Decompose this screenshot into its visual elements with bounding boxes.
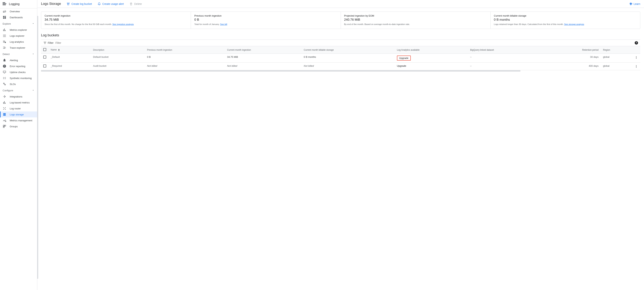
- sidebar-item-logs-explorer[interactable]: Logs explorer: [0, 33, 37, 39]
- table-wrap: Filter ? Name Description Previous month…: [41, 40, 640, 72]
- section-title: Configure: [2, 89, 13, 92]
- cell-retention: 30 days: [544, 54, 601, 62]
- dashboards-icon: [2, 16, 6, 19]
- section-title: Explore: [2, 22, 11, 25]
- stat-card: Current month ingestion 34.75 MiB Since …: [41, 12, 191, 29]
- bar-chart-icon: [2, 28, 6, 32]
- sidebar-item-uptime-checks[interactable]: Uptime checks: [0, 69, 37, 75]
- sidebar-item-label: SLOs: [10, 83, 16, 86]
- col-bigquery[interactable]: BigQuery linked dataset: [468, 46, 544, 54]
- sidebar-item-synthetic-monitoring[interactable]: Synthetic monitoring: [0, 75, 37, 81]
- table-row: _Default Default bucket 0 B 34.75 MiB 0 …: [41, 54, 640, 62]
- stat-card: Projected ingestion by EOM 240.76 MiB By…: [341, 12, 490, 29]
- sidebar-item-label: Log analytics: [10, 40, 24, 43]
- chevron-up-icon: [32, 89, 34, 92]
- col-retention[interactable]: Retention period: [544, 46, 601, 54]
- row-actions-menu[interactable]: [634, 64, 638, 68]
- section-header-detect[interactable]: Detect: [0, 51, 37, 57]
- sidebar-item-label: Uptime checks: [10, 71, 26, 74]
- sidebar-item-label: Log-based metrics: [10, 101, 30, 104]
- sidebar-item-metrics-explorer[interactable]: Metrics explorer: [0, 27, 37, 33]
- search-list-icon: [2, 40, 6, 44]
- sidebar-item-dashboards[interactable]: Dashboards: [0, 14, 37, 20]
- storage-icon: [2, 112, 6, 116]
- col-analytics[interactable]: Log Analytics available: [395, 46, 468, 54]
- sidebar-item-metrics-management[interactable]: Metrics management: [0, 118, 37, 124]
- delete-button: Delete: [130, 2, 142, 6]
- sidebar-item-log-based-metrics[interactable]: Log-based metrics: [0, 100, 37, 106]
- sidebar-item-label: Alerting: [10, 59, 18, 62]
- row-checkbox[interactable]: [43, 56, 46, 58]
- sidebar-item-log-analytics[interactable]: Log analytics: [0, 39, 37, 45]
- chevron-up-icon: [32, 52, 34, 56]
- stat-link[interactable]: See storage analysis: [564, 23, 584, 25]
- sidebar-scrollbar[interactable]: [37, 16, 38, 279]
- stat-desc: Logs retained longer than 30 days. Calcu…: [494, 23, 637, 26]
- sidebar-item-label: Logs explorer: [10, 34, 24, 37]
- stat-link[interactable]: See ingestion analysis: [112, 23, 134, 25]
- table-row: _Required Audit bucket Not billed Not bi…: [41, 62, 640, 70]
- learn-button[interactable]: Learn: [629, 2, 640, 6]
- bell-icon: [2, 58, 6, 62]
- section-header-explore[interactable]: Explore: [0, 20, 37, 27]
- log-buckets-title: Log buckets: [41, 33, 640, 37]
- sidebar-item-label: Logs storage: [10, 113, 24, 116]
- stat-title: Projected ingestion by EOM: [344, 14, 487, 17]
- trash-icon: [130, 2, 133, 6]
- groups-icon: [2, 124, 6, 128]
- col-name[interactable]: Name: [48, 46, 91, 54]
- filter-icon: [43, 41, 46, 44]
- sidebar-item-overview[interactable]: Overview: [0, 8, 37, 14]
- sidebar-item-label: Metrics explorer: [10, 28, 27, 31]
- help-icon[interactable]: ?: [635, 41, 638, 44]
- cell-prev-ingestion: 0 B: [145, 54, 225, 62]
- sidebar-item-log-router[interactable]: Log router: [0, 106, 37, 112]
- col-curr-ingestion[interactable]: Current month ingestion: [225, 46, 302, 54]
- create-usage-alert-button[interactable]: Create usage alert: [98, 2, 124, 6]
- upgrade-button[interactable]: Upgrade: [397, 56, 411, 60]
- button-label: Learn: [634, 2, 640, 6]
- stat-value: 0 B: [194, 18, 337, 22]
- stat-desc: Since the first of this month. No charge…: [44, 23, 188, 26]
- sidebar-item-alerting[interactable]: Alerting: [0, 57, 37, 63]
- top-bar: Logs Storage Create log bucket Create us…: [37, 0, 644, 8]
- cell-curr-storage: 0 B months: [302, 54, 395, 62]
- filter-input[interactable]: [56, 42, 633, 44]
- col-prev-ingestion[interactable]: Previous month ingestion: [145, 46, 225, 54]
- bell-plus-icon: [98, 2, 101, 6]
- cell-curr-ingestion: Not billed: [225, 62, 302, 70]
- cell-bigquery: –: [468, 54, 544, 62]
- filter-label: Filter: [43, 41, 54, 44]
- create-log-bucket-button[interactable]: Create log bucket: [66, 2, 92, 6]
- sidebar-item-label: Integrations: [10, 95, 22, 98]
- cell-name: _Required: [48, 62, 91, 70]
- stat-value: 240.76 MiB: [344, 18, 487, 22]
- sidebar-item-label: Overview: [10, 10, 20, 13]
- col-description[interactable]: Description: [91, 46, 145, 54]
- upgrade-button[interactable]: Upgrade: [397, 64, 406, 67]
- select-all-checkbox[interactable]: [43, 48, 46, 51]
- table-horizontal-scrollbar[interactable]: [41, 70, 520, 72]
- sidebar-item-integrations[interactable]: Integrations: [0, 94, 37, 100]
- sidebar-item-label: Synthetic monitoring: [10, 77, 32, 80]
- logging-icon: [2, 2, 6, 6]
- section-header-configure[interactable]: Configure: [0, 87, 37, 94]
- stats-row: Current month ingestion 34.75 MiB Since …: [41, 12, 640, 29]
- row-actions-menu[interactable]: [634, 56, 638, 59]
- sidebar-item-trace-explorer[interactable]: Trace explorer: [0, 45, 37, 51]
- sidebar-item-error-reporting[interactable]: Error reporting: [0, 63, 37, 69]
- stat-card: Previous month ingestion 0 B Total for m…: [191, 12, 341, 29]
- stat-link[interactable]: See bill: [220, 23, 227, 25]
- overview-icon: [2, 10, 6, 13]
- stat-value: 0 B months: [494, 18, 637, 22]
- cell-bigquery: –: [468, 62, 544, 70]
- sidebar-item-groups[interactable]: Groups: [0, 124, 37, 129]
- sidebar-item-logs-storage[interactable]: Logs storage: [0, 112, 37, 118]
- col-curr-storage[interactable]: Current month billable storage: [302, 46, 395, 54]
- stat-desc: Total for month of January. See bill: [194, 23, 337, 26]
- col-region[interactable]: Region: [601, 46, 632, 54]
- sidebar-item-label: Trace explorer: [10, 46, 25, 49]
- row-checkbox[interactable]: [43, 64, 46, 68]
- sidebar-item-label: Dashboards: [10, 16, 23, 19]
- sidebar-item-slos[interactable]: SLOs: [0, 81, 37, 87]
